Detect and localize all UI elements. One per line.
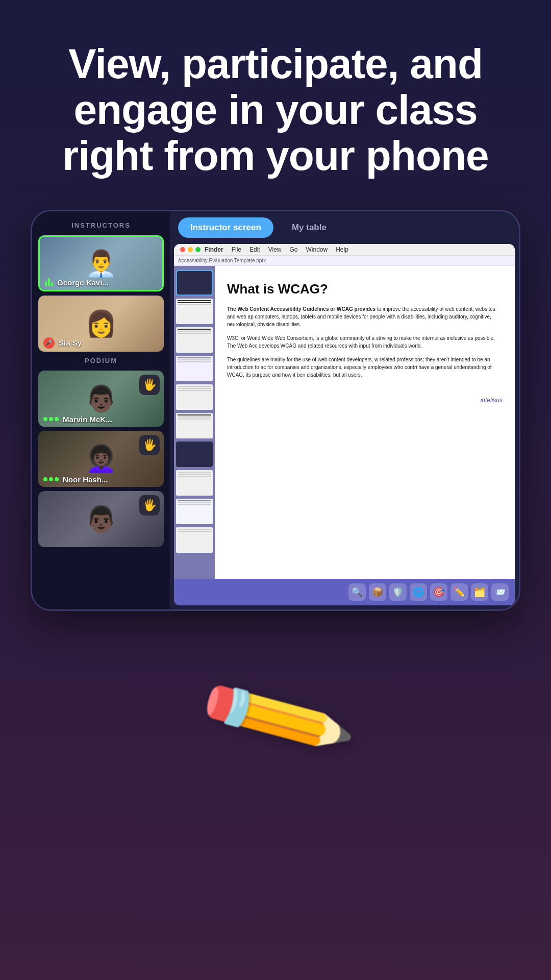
dock-icon-5[interactable]: 🎯 bbox=[430, 583, 447, 601]
slide-thumb-4[interactable] bbox=[176, 356, 213, 381]
pencil-illustration: ✏️ bbox=[190, 634, 361, 802]
raise-hand-noor: 🖐️ bbox=[139, 435, 160, 455]
dot-1 bbox=[43, 417, 47, 421]
menu-file[interactable]: File bbox=[232, 246, 241, 253]
tabs-bar: Instructor screen My table bbox=[170, 211, 519, 244]
dock-icon-3[interactable]: 🛡️ bbox=[389, 583, 407, 601]
slide-thumb-2[interactable] bbox=[176, 299, 213, 324]
slide-title: What is WCAG? bbox=[227, 281, 503, 297]
sia-name: Sia Sy bbox=[59, 338, 82, 347]
slide-para2: W3C, or World Wide Web Consortium, is a … bbox=[227, 334, 503, 350]
file-name: Accessability Evaluation Template.pptx bbox=[178, 258, 266, 263]
dots-marvin bbox=[43, 417, 59, 421]
menu-help[interactable]: Help bbox=[336, 246, 348, 253]
audio-bars-george bbox=[45, 278, 53, 286]
dot-3 bbox=[55, 417, 59, 421]
noor-name-bar: Noor Hash... bbox=[38, 472, 164, 487]
marvin-name: Marvin McK... bbox=[63, 415, 112, 424]
participant-card-noor[interactable]: 👩🏿‍🦱 🖐️ Noor Hash... bbox=[38, 431, 164, 487]
device-mockup: INSTRUCTORS 👨‍💼 George Kavi... bbox=[31, 210, 520, 611]
slide-thumb-7[interactable] bbox=[176, 442, 213, 467]
audio-bar-3 bbox=[51, 282, 53, 286]
dock-icon-2[interactable]: 📦 bbox=[369, 583, 386, 601]
george-name-bar: George Kavi... bbox=[40, 275, 162, 290]
slide-thumb-10[interactable] bbox=[176, 527, 213, 553]
slide-thumb-6[interactable] bbox=[176, 413, 213, 438]
audio-bar-1 bbox=[45, 281, 47, 286]
slides-sidebar bbox=[174, 266, 215, 579]
mac-menubar-items: Finder File Edit View Go Window Help bbox=[205, 246, 348, 253]
slide-thumb-9[interactable] bbox=[176, 499, 213, 524]
hero-section: View, participate, and engage in your cl… bbox=[0, 0, 551, 210]
participant-card-george[interactable]: 👨‍💼 George Kavi... bbox=[38, 235, 164, 291]
device-section: INSTRUCTORS 👨‍💼 George Kavi... bbox=[0, 210, 551, 611]
marvin-name-bar: Marvin McK... bbox=[38, 412, 164, 427]
screen-content: Finder File Edit View Go Window Help Acc… bbox=[174, 244, 515, 605]
tab-instructor-screen[interactable]: Instructor screen bbox=[178, 217, 273, 238]
slide-para1: The Web Content Accessibility Guidelines… bbox=[227, 305, 503, 328]
menu-go[interactable]: Go bbox=[290, 246, 298, 253]
slide-para3: The guidelines are mainly for the use of… bbox=[227, 356, 503, 379]
slide-thumb-1[interactable] bbox=[176, 270, 213, 296]
mac-dock: 🔍 📦 🛡️ 🌐 🎯 ✏️ 🗂️ 📨 bbox=[174, 579, 515, 605]
finder-label: Finder bbox=[205, 246, 223, 253]
dots-noor bbox=[43, 477, 59, 481]
left-panel: INSTRUCTORS 👨‍💼 George Kavi... bbox=[32, 211, 170, 609]
device-inner: INSTRUCTORS 👨‍💼 George Kavi... bbox=[32, 211, 519, 609]
traffic-red[interactable] bbox=[180, 247, 185, 252]
file-name-bar: Accessability Evaluation Template.pptx bbox=[174, 256, 515, 266]
george-name: George Kavi... bbox=[57, 278, 109, 287]
muted-icon-sia: 🎤 bbox=[43, 337, 55, 349]
slide-thumb-3[interactable] bbox=[176, 327, 213, 353]
hero-title: View, participate, and engage in your cl… bbox=[31, 41, 520, 179]
traffic-green[interactable] bbox=[195, 247, 201, 252]
dock-icon-1[interactable]: 🔍 bbox=[348, 583, 366, 601]
sia-name-bar: 🎤 Sia Sy bbox=[38, 334, 164, 352]
dock-icon-6[interactable]: ✏️ bbox=[450, 583, 468, 601]
menu-view[interactable]: View bbox=[268, 246, 282, 253]
instructors-label: INSTRUCTORS bbox=[38, 222, 164, 229]
noor-name: Noor Hash... bbox=[63, 475, 108, 484]
dot-n3 bbox=[55, 477, 59, 481]
dot-n2 bbox=[49, 477, 53, 481]
traffic-yellow[interactable] bbox=[188, 247, 193, 252]
slide-thumb-5[interactable] bbox=[176, 384, 213, 410]
mac-window-body: What is WCAG? The Web Content Accessibil… bbox=[174, 266, 515, 579]
slide-thumb-8[interactable] bbox=[176, 470, 213, 496]
dock-icon-8[interactable]: 📨 bbox=[491, 583, 509, 601]
menu-window[interactable]: Window bbox=[306, 246, 328, 253]
audio-bar-2 bbox=[48, 278, 50, 286]
dot-2 bbox=[49, 417, 53, 421]
participant-card-sia[interactable]: 👩 🎤 Sia Sy bbox=[38, 296, 164, 352]
dock-icon-4[interactable]: 🌐 bbox=[410, 583, 427, 601]
mac-traffic-dots bbox=[180, 247, 201, 252]
bottom-section: ✏️ bbox=[0, 611, 551, 815]
menu-edit[interactable]: Edit bbox=[249, 246, 260, 253]
dot-n1 bbox=[43, 477, 47, 481]
slide-main: What is WCAG? The Web Content Accessibil… bbox=[215, 266, 515, 579]
podium-label: PODIUM bbox=[38, 357, 164, 364]
raise-hand-marvin: 🖐️ bbox=[139, 375, 160, 395]
mac-menubar: Finder File Edit View Go Window Help bbox=[174, 244, 515, 256]
brand-label: intelisus bbox=[481, 397, 503, 404]
dock-icon-7[interactable]: 🗂️ bbox=[471, 583, 488, 601]
tab-my-table[interactable]: My table bbox=[280, 217, 339, 238]
participant-card-marvin[interactable]: 👨🏿 🖐️ Marvin McK... bbox=[38, 371, 164, 427]
right-panel: Instructor screen My table Finder bbox=[170, 211, 519, 609]
participant-card-unknown[interactable]: 👨🏿 🖐️ bbox=[38, 491, 164, 547]
raise-hand-unknown: 🖐️ bbox=[139, 495, 160, 516]
